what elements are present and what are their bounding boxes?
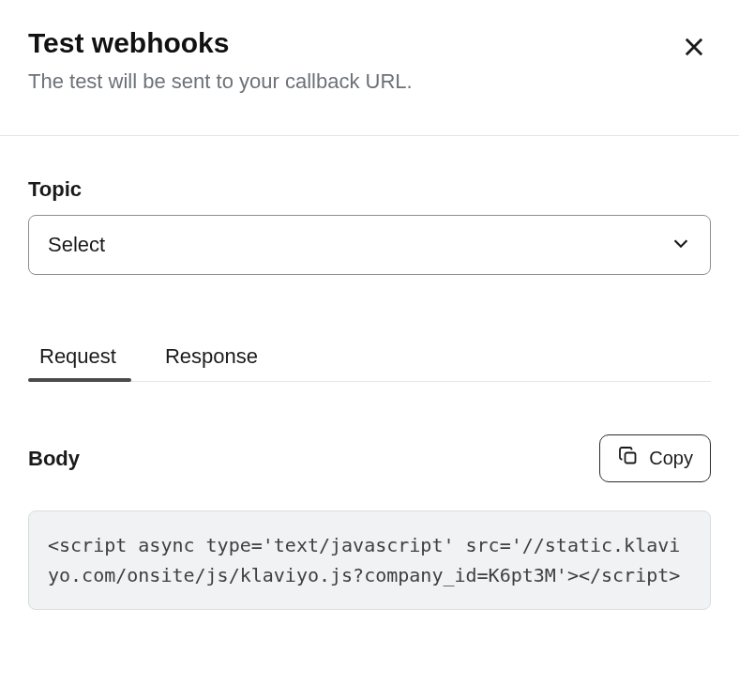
tab-request-label: Request: [39, 344, 116, 369]
svg-rect-0: [626, 453, 636, 464]
page-subtitle: The test will be sent to your callback U…: [28, 69, 413, 94]
title-block: Test webhooks The test will be sent to y…: [28, 26, 413, 94]
copy-icon: [617, 445, 640, 472]
topic-select-value: Select: [48, 233, 671, 257]
page-title: Test webhooks: [28, 26, 413, 60]
tab-response-label: Response: [165, 344, 258, 369]
copy-button[interactable]: Copy: [599, 434, 711, 482]
copy-button-label: Copy: [649, 448, 693, 469]
body-label: Body: [28, 447, 80, 471]
body-header-row: Body Copy: [28, 434, 711, 482]
topic-label: Topic: [28, 177, 711, 202]
tab-request[interactable]: Request: [28, 331, 131, 381]
test-webhooks-panel: Test webhooks The test will be sent to y…: [0, 0, 739, 610]
topic-select[interactable]: Select: [28, 215, 711, 275]
close-icon: [681, 49, 707, 63]
panel-header: Test webhooks The test will be sent to y…: [28, 26, 711, 135]
request-response-tabs: Request Response: [28, 331, 711, 382]
tab-response[interactable]: Response: [154, 331, 273, 381]
topic-field: Topic Select: [28, 177, 711, 275]
header-divider: [0, 135, 739, 136]
body-code-block[interactable]: <script async type='text/javascript' src…: [28, 510, 711, 610]
close-button[interactable]: [677, 30, 711, 67]
chevron-down-icon: [671, 233, 691, 257]
